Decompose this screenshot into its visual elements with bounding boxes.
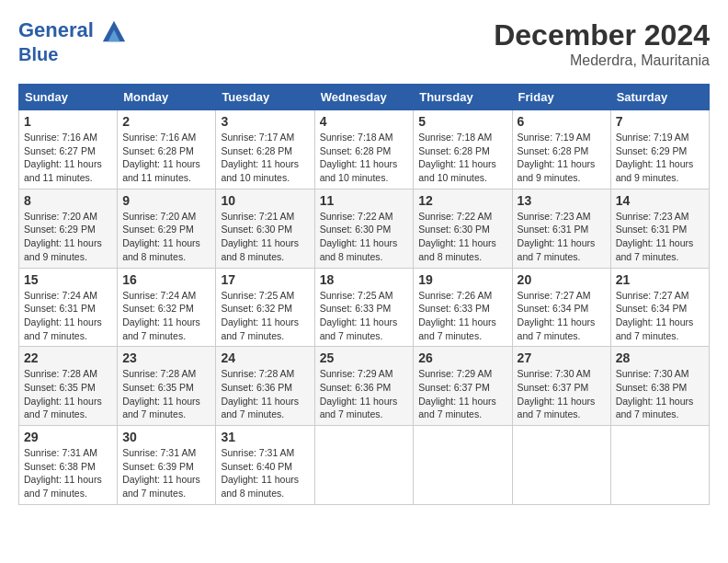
calendar-cell: [314, 426, 414, 505]
calendar-week-3: 15 Sunrise: 7:24 AMSunset: 6:31 PMDaylig…: [19, 268, 710, 347]
day-detail: Sunrise: 7:20 AMSunset: 6:29 PMDaylight:…: [122, 211, 200, 262]
calendar-cell: 13 Sunrise: 7:23 AMSunset: 6:31 PMDaylig…: [512, 189, 610, 268]
day-number: 22: [24, 350, 112, 365]
calendar-cell: [512, 426, 610, 505]
day-detail: Sunrise: 7:31 AMSunset: 6:39 PMDaylight:…: [122, 447, 200, 499]
day-number: 23: [122, 350, 210, 365]
day-header-wednesday: Wednesday: [314, 85, 414, 110]
day-number: 20: [518, 272, 606, 287]
calendar-cell: 6 Sunrise: 7:19 AMSunset: 6:28 PMDayligh…: [512, 110, 610, 190]
day-detail: Sunrise: 7:27 AMSunset: 6:34 PMDaylight:…: [518, 290, 596, 341]
calendar-table: SundayMondayTuesdayWednesdayThursdayFrid…: [18, 84, 710, 505]
calendar-cell: 27 Sunrise: 7:30 AMSunset: 6:37 PMDaylig…: [512, 347, 610, 426]
day-detail: Sunrise: 7:28 AMSunset: 6:35 PMDaylight:…: [122, 368, 200, 419]
day-detail: Sunrise: 7:28 AMSunset: 6:35 PMDaylight:…: [24, 368, 102, 419]
calendar-cell: 14 Sunrise: 7:23 AMSunset: 6:31 PMDaylig…: [610, 189, 709, 268]
day-number: 2: [122, 114, 210, 129]
calendar-cell: 3 Sunrise: 7:17 AMSunset: 6:28 PMDayligh…: [216, 110, 314, 190]
day-number: 15: [24, 272, 112, 287]
calendar-header-row: SundayMondayTuesdayWednesdayThursdayFrid…: [19, 85, 710, 110]
logo-text: General: [18, 18, 127, 44]
calendar-cell: 1 Sunrise: 7:16 AMSunset: 6:27 PMDayligh…: [19, 110, 118, 190]
day-number: 16: [122, 272, 210, 287]
day-detail: Sunrise: 7:18 AMSunset: 6:28 PMDaylight:…: [418, 132, 496, 183]
day-detail: Sunrise: 7:17 AMSunset: 6:28 PMDaylight:…: [221, 132, 299, 183]
day-detail: Sunrise: 7:31 AMSunset: 6:38 PMDaylight:…: [24, 447, 102, 499]
day-number: 12: [418, 193, 506, 208]
day-detail: Sunrise: 7:23 AMSunset: 6:31 PMDaylight:…: [616, 211, 694, 262]
calendar-cell: 7 Sunrise: 7:19 AMSunset: 6:29 PMDayligh…: [610, 110, 709, 190]
day-detail: Sunrise: 7:30 AMSunset: 6:38 PMDaylight:…: [616, 368, 694, 419]
calendar-cell: 24 Sunrise: 7:28 AMSunset: 6:36 PMDaylig…: [216, 347, 314, 426]
day-number: 30: [122, 430, 210, 444]
calendar-cell: [414, 426, 512, 505]
day-number: 6: [518, 114, 606, 129]
calendar-cell: 16 Sunrise: 7:24 AMSunset: 6:32 PMDaylig…: [118, 268, 216, 347]
calendar-cell: 17 Sunrise: 7:25 AMSunset: 6:32 PMDaylig…: [216, 268, 314, 347]
day-detail: Sunrise: 7:25 AMSunset: 6:33 PMDaylight:…: [320, 290, 398, 341]
day-number: 27: [518, 350, 606, 365]
calendar-cell: 9 Sunrise: 7:20 AMSunset: 6:29 PMDayligh…: [118, 189, 216, 268]
day-number: 4: [320, 114, 409, 129]
calendar-cell: 20 Sunrise: 7:27 AMSunset: 6:34 PMDaylig…: [512, 268, 610, 347]
day-number: 25: [320, 350, 409, 365]
day-number: 26: [418, 350, 506, 365]
day-detail: Sunrise: 7:16 AMSunset: 6:28 PMDaylight:…: [122, 132, 200, 183]
calendar-cell: 30 Sunrise: 7:31 AMSunset: 6:39 PMDaylig…: [118, 426, 216, 505]
day-header-thursday: Thursday: [414, 85, 512, 110]
day-number: 9: [122, 193, 210, 208]
page-header: General Blue December 2024 Mederdra, Mau…: [18, 18, 710, 69]
day-detail: Sunrise: 7:31 AMSunset: 6:40 PMDaylight:…: [221, 447, 299, 499]
day-detail: Sunrise: 7:16 AMSunset: 6:27 PMDaylight:…: [24, 132, 102, 183]
day-detail: Sunrise: 7:26 AMSunset: 6:33 PMDaylight:…: [418, 290, 496, 341]
day-header-saturday: Saturday: [610, 85, 709, 110]
calendar-cell: 8 Sunrise: 7:20 AMSunset: 6:29 PMDayligh…: [19, 189, 118, 268]
day-header-friday: Friday: [512, 85, 610, 110]
day-detail: Sunrise: 7:23 AMSunset: 6:31 PMDaylight:…: [518, 211, 596, 262]
day-number: 14: [616, 193, 704, 208]
day-number: 5: [418, 114, 506, 129]
calendar-week-4: 22 Sunrise: 7:28 AMSunset: 6:35 PMDaylig…: [19, 347, 710, 426]
calendar-week-2: 8 Sunrise: 7:20 AMSunset: 6:29 PMDayligh…: [19, 189, 710, 268]
day-detail: Sunrise: 7:28 AMSunset: 6:36 PMDaylight:…: [221, 368, 299, 419]
day-number: 7: [616, 114, 704, 129]
day-header-sunday: Sunday: [19, 85, 118, 110]
day-detail: Sunrise: 7:19 AMSunset: 6:29 PMDaylight:…: [616, 132, 694, 183]
day-number: 28: [616, 350, 704, 365]
day-detail: Sunrise: 7:25 AMSunset: 6:32 PMDaylight:…: [221, 290, 299, 341]
day-detail: Sunrise: 7:22 AMSunset: 6:30 PMDaylight:…: [418, 211, 496, 262]
calendar-cell: 21 Sunrise: 7:27 AMSunset: 6:34 PMDaylig…: [610, 268, 709, 347]
logo-text-2: Blue: [18, 44, 127, 64]
day-number: 24: [221, 350, 309, 365]
day-number: 29: [24, 430, 112, 444]
day-number: 11: [320, 193, 409, 208]
logo: General Blue: [18, 18, 127, 64]
calendar-cell: 25 Sunrise: 7:29 AMSunset: 6:36 PMDaylig…: [314, 347, 414, 426]
calendar-cell: 10 Sunrise: 7:21 AMSunset: 6:30 PMDaylig…: [216, 189, 314, 268]
calendar-week-5: 29 Sunrise: 7:31 AMSunset: 6:38 PMDaylig…: [19, 426, 710, 505]
day-detail: Sunrise: 7:20 AMSunset: 6:29 PMDaylight:…: [24, 211, 102, 262]
month-title: December 2024: [494, 18, 710, 52]
day-detail: Sunrise: 7:29 AMSunset: 6:37 PMDaylight:…: [418, 368, 496, 419]
calendar-cell: 19 Sunrise: 7:26 AMSunset: 6:33 PMDaylig…: [414, 268, 512, 347]
day-detail: Sunrise: 7:24 AMSunset: 6:32 PMDaylight:…: [122, 290, 200, 341]
calendar-cell: 2 Sunrise: 7:16 AMSunset: 6:28 PMDayligh…: [118, 110, 216, 190]
day-number: 31: [221, 430, 309, 444]
day-detail: Sunrise: 7:27 AMSunset: 6:34 PMDaylight:…: [616, 290, 694, 341]
day-detail: Sunrise: 7:18 AMSunset: 6:28 PMDaylight:…: [320, 132, 398, 183]
day-header-monday: Monday: [118, 85, 216, 110]
day-detail: Sunrise: 7:29 AMSunset: 6:36 PMDaylight:…: [320, 368, 398, 419]
day-detail: Sunrise: 7:21 AMSunset: 6:30 PMDaylight:…: [221, 211, 299, 262]
calendar-cell: 28 Sunrise: 7:30 AMSunset: 6:38 PMDaylig…: [610, 347, 709, 426]
day-detail: Sunrise: 7:19 AMSunset: 6:28 PMDaylight:…: [518, 132, 596, 183]
calendar-cell: 31 Sunrise: 7:31 AMSunset: 6:40 PMDaylig…: [216, 426, 314, 505]
location-title: Mederdra, Mauritania: [494, 52, 710, 69]
day-number: 3: [221, 114, 309, 129]
calendar-cell: [610, 426, 709, 505]
day-header-tuesday: Tuesday: [216, 85, 314, 110]
calendar-cell: 12 Sunrise: 7:22 AMSunset: 6:30 PMDaylig…: [414, 189, 512, 268]
day-number: 13: [518, 193, 606, 208]
day-number: 10: [221, 193, 309, 208]
day-number: 18: [320, 272, 409, 287]
day-number: 17: [221, 272, 309, 287]
